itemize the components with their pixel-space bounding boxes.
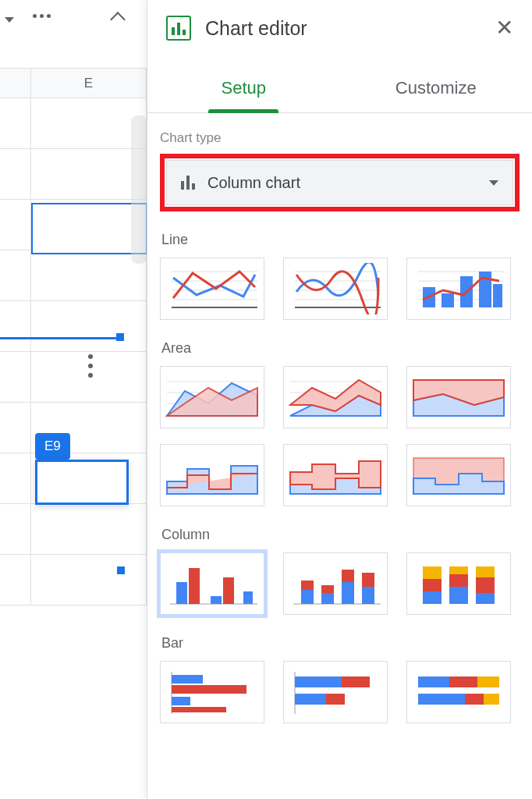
svg-rect-50 [342,582,354,604]
svg-rect-69 [295,676,342,687]
panel-tabs: Setup Customize [147,64,532,113]
thumb-stepped-area-chart[interactable] [160,444,264,506]
column-header-e[interactable]: E [31,69,147,98]
chart-type-select[interactable]: Column chart [166,160,513,205]
column-headers: E [0,69,147,98]
svg-rect-51 [342,570,354,582]
svg-rect-44 [243,591,253,604]
svg-rect-78 [484,694,499,705]
more-horizontal-icon[interactable] [33,14,51,18]
svg-rect-75 [477,676,499,687]
svg-rect-46 [301,590,314,604]
sheet-toolbar-fragment [0,0,147,69]
selection-handle-icon[interactable] [116,333,124,341]
chart-editor-icon [166,16,191,41]
svg-rect-41 [189,568,200,604]
cell-selection[interactable] [31,203,147,254]
svg-rect-70 [342,676,370,687]
chevron-down-icon [489,180,498,186]
svg-rect-48 [321,593,334,604]
category-bar: Bar [161,635,520,652]
svg-rect-15 [442,293,454,307]
svg-rect-72 [326,694,345,705]
chart-type-value: Column chart [207,174,477,192]
thumb-smooth-line-chart[interactable] [283,257,388,320]
svg-rect-66 [172,697,190,705]
chart-type-label: Chart type [160,130,520,146]
thumb-100-stacked-bar-chart[interactable] [406,661,511,723]
selection-handle-icon[interactable] [117,566,125,574]
svg-rect-47 [301,581,314,590]
thumb-100-stacked-stepped-area-chart[interactable] [406,444,511,506]
tab-customize[interactable]: Customize [340,64,533,112]
thumb-stacked-stepped-area-chart[interactable] [283,444,388,506]
svg-rect-62 [476,593,495,604]
svg-rect-52 [362,587,374,604]
thumb-100-stacked-area-chart[interactable] [406,366,511,428]
thumb-bar-chart[interactable] [160,661,264,723]
column-header-blank[interactable] [0,69,31,98]
svg-rect-59 [449,587,468,604]
category-column: Column [161,527,520,543]
svg-rect-40 [176,582,187,604]
svg-rect-64 [172,675,203,684]
spreadsheet-background: E E9 [0,0,147,799]
svg-rect-67 [172,707,226,712]
svg-rect-43 [223,577,234,604]
chevron-up-icon[interactable] [112,14,123,25]
svg-marker-36 [290,461,381,489]
svg-rect-76 [418,694,465,705]
tab-setup[interactable]: Setup [147,64,340,112]
svg-rect-65 [172,685,246,694]
close-icon[interactable]: ✕ [495,17,513,39]
thumb-column-chart[interactable] [160,552,264,615]
column-chart-icon [181,176,195,190]
category-area: Area [161,340,520,357]
vertical-scrollbar[interactable] [131,115,147,264]
panel-title: Chart editor [205,17,481,40]
category-line: Line [161,232,520,248]
svg-rect-49 [321,585,334,593]
chart-editor-panel: Chart editor ✕ Setup Customize Chart typ… [147,0,532,799]
cell-edit-box[interactable] [35,460,129,505]
thumb-line-chart[interactable] [160,257,264,320]
thumb-stacked-area-chart[interactable] [283,366,388,428]
svg-rect-77 [465,694,484,705]
svg-rect-17 [479,272,491,307]
selection-edge [0,337,119,345]
svg-rect-53 [362,573,374,587]
thumb-combo-chart[interactable] [406,257,511,320]
thumb-stacked-bar-chart[interactable] [283,661,388,723]
thumb-area-chart[interactable] [160,366,264,428]
more-vertical-icon[interactable] [88,354,93,378]
chart-type-highlight: Column chart [160,154,520,211]
thumb-stacked-column-chart[interactable] [283,552,388,615]
thumb-100-stacked-column-chart[interactable] [406,552,511,615]
svg-rect-71 [295,694,326,705]
svg-rect-56 [423,591,442,604]
svg-rect-18 [493,284,502,307]
svg-rect-42 [211,596,222,604]
svg-rect-73 [418,676,449,687]
svg-rect-74 [449,676,477,687]
dropdown-caret-icon[interactable] [5,17,14,23]
cell-reference-chip: E9 [35,433,70,460]
